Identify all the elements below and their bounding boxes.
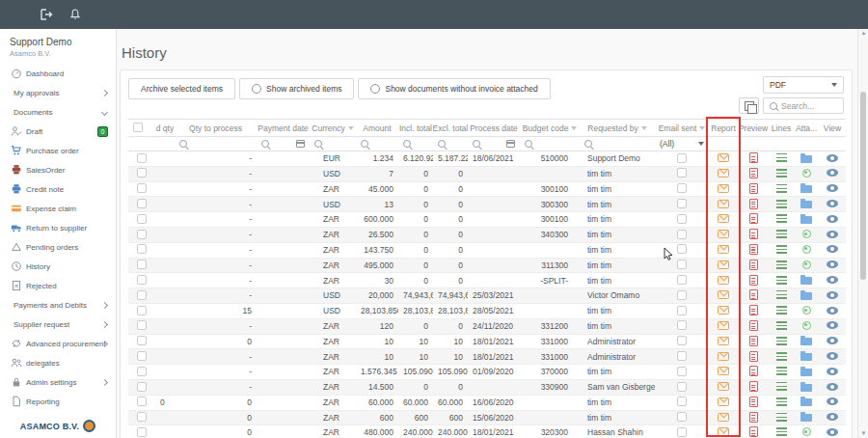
attachment-folder-icon[interactable] — [800, 338, 812, 345]
attachment-clip-icon[interactable] — [802, 245, 811, 254]
sidebar-item-my-approvals[interactable]: My approvals — [0, 83, 116, 102]
report-email-icon[interactable] — [718, 397, 729, 406]
view-eye-icon[interactable] — [827, 428, 838, 436]
report-email-icon[interactable] — [718, 184, 729, 193]
pdf-preview-icon[interactable] — [749, 152, 758, 163]
lines-icon[interactable] — [776, 382, 787, 391]
column-header-preview[interactable]: Preview — [738, 120, 769, 137]
view-eye-icon[interactable] — [827, 352, 838, 360]
view-eye-icon[interactable] — [827, 337, 838, 344]
pdf-preview-icon[interactable] — [749, 229, 758, 239]
column-header-report[interactable]: Report — [709, 120, 738, 137]
pdf-preview-icon[interactable] — [749, 305, 758, 315]
attachment-folder-icon[interactable] — [800, 185, 812, 193]
report-email-icon[interactable] — [718, 245, 729, 254]
email-sent-checkbox[interactable] — [677, 275, 687, 285]
row-select-checkbox[interactable] — [137, 199, 147, 208]
row-select-checkbox[interactable] — [137, 397, 147, 406]
sidebar-item-history[interactable]: History — [0, 257, 116, 276]
sidebar-item-expense-claim[interactable]: Expense claim — [0, 199, 116, 218]
attachment-clip-icon[interactable] — [802, 427, 811, 436]
scroll-down-icon[interactable]: ▼ — [860, 431, 867, 436]
column-header-lines[interactable]: Lines — [769, 120, 794, 137]
row-select-checkbox[interactable] — [137, 351, 147, 361]
attachment-folder-icon[interactable] — [800, 292, 812, 300]
report-email-icon[interactable] — [718, 337, 729, 345]
column-header-sel[interactable] — [128, 120, 155, 137]
column-header-currency[interactable]: Currency — [310, 120, 356, 137]
sidebar-item-credit-note[interactable]: Credit note — [0, 179, 116, 199]
row-select-checkbox[interactable] — [137, 260, 147, 269]
select-all-checkbox[interactable] — [133, 123, 143, 132]
lines-icon[interactable] — [776, 427, 787, 436]
email-sent-checkbox[interactable] — [677, 244, 687, 254]
sidebar-item-documents[interactable]: Documents — [0, 102, 116, 122]
lines-icon[interactable] — [776, 337, 787, 345]
row-select-checkbox[interactable] — [137, 367, 147, 376]
row-select-checkbox[interactable] — [137, 336, 147, 345]
view-eye-icon[interactable] — [827, 383, 838, 391]
attachment-folder-icon[interactable] — [800, 155, 812, 163]
view-eye-icon[interactable] — [827, 291, 838, 299]
pdf-preview-icon[interactable] — [749, 289, 758, 300]
attachment-clip-icon[interactable] — [802, 230, 811, 238]
calendar-icon[interactable] — [506, 140, 515, 148]
attachment-folder-icon[interactable] — [800, 384, 812, 392]
pdf-preview-icon[interactable] — [749, 275, 758, 286]
report-email-icon[interactable] — [718, 276, 729, 285]
row-select-checkbox[interactable] — [137, 306, 147, 315]
attachment-folder-icon[interactable] — [800, 398, 812, 406]
search-input[interactable]: Search... — [763, 97, 844, 114]
report-email-icon[interactable] — [718, 352, 729, 361]
archive-selected-button[interactable]: Archive selected items — [128, 78, 235, 99]
email-sent-checkbox[interactable] — [677, 214, 687, 224]
column-header-atta[interactable]: Atta... — [794, 120, 819, 137]
vertical-scrollbar[interactable]: ▲ ▼ — [857, 29, 868, 438]
lines-icon[interactable] — [776, 214, 787, 223]
lines-icon[interactable] — [776, 367, 787, 375]
show-without-invoice-toggle[interactable]: Show documents without invoice attached — [358, 78, 550, 99]
pdf-preview-icon[interactable] — [749, 183, 758, 194]
view-eye-icon[interactable] — [827, 215, 838, 223]
filter-funnel-icon[interactable] — [571, 126, 577, 130]
filter-cell-budget[interactable] — [520, 137, 580, 151]
filter-cell-excl[interactable] — [433, 137, 468, 151]
email-sent-checkbox[interactable] — [677, 427, 687, 437]
sidebar-item-advanced-procurement[interactable]: Advanced procurement — [0, 334, 116, 353]
lines-icon[interactable] — [776, 352, 787, 361]
report-email-icon[interactable] — [718, 214, 729, 223]
sidebar-item-purchase-order[interactable]: Purchase order — [0, 141, 116, 160]
report-email-icon[interactable] — [718, 230, 729, 238]
lines-icon[interactable] — [776, 413, 787, 422]
row-select-checkbox[interactable] — [137, 290, 147, 300]
report-email-icon[interactable] — [718, 260, 729, 269]
column-header-qty[interactable]: Qty to process — [175, 120, 257, 137]
sidebar-item-payments-and-debits[interactable]: Payments and Debits — [0, 295, 116, 315]
column-header-budget[interactable]: Budget code — [520, 120, 580, 137]
email-sent-checkbox[interactable] — [677, 153, 687, 163]
sidebar-item-rejected[interactable]: Rejected — [0, 276, 116, 295]
sidebar-item-salesorder[interactable]: SalesOrder — [0, 160, 116, 179]
report-email-icon[interactable] — [718, 169, 729, 178]
view-eye-icon[interactable] — [827, 260, 838, 268]
report-email-icon[interactable] — [718, 306, 729, 315]
report-email-icon[interactable] — [718, 200, 729, 208]
row-select-checkbox[interactable] — [137, 168, 147, 178]
filter-cell-currency[interactable] — [310, 137, 356, 151]
email-sent-checkbox[interactable] — [677, 320, 687, 330]
row-select-checkbox[interactable] — [137, 214, 147, 224]
pdf-preview-icon[interactable] — [749, 412, 758, 423]
row-select-checkbox[interactable] — [137, 244, 147, 254]
lines-icon[interactable] — [776, 184, 787, 193]
view-eye-icon[interactable] — [827, 184, 838, 192]
lines-icon[interactable] — [776, 397, 787, 406]
view-eye-icon[interactable] — [827, 245, 838, 253]
attachment-folder-icon[interactable] — [800, 353, 812, 361]
column-header-dqty[interactable]: d qty — [155, 120, 175, 137]
attachment-clip-icon[interactable] — [802, 169, 811, 178]
lines-icon[interactable] — [776, 276, 787, 285]
filter-funnel-icon[interactable] — [641, 126, 647, 130]
row-select-checkbox[interactable] — [137, 230, 147, 239]
attachment-folder-icon[interactable] — [800, 277, 812, 285]
column-header-requested[interactable]: Requested by — [580, 120, 655, 137]
